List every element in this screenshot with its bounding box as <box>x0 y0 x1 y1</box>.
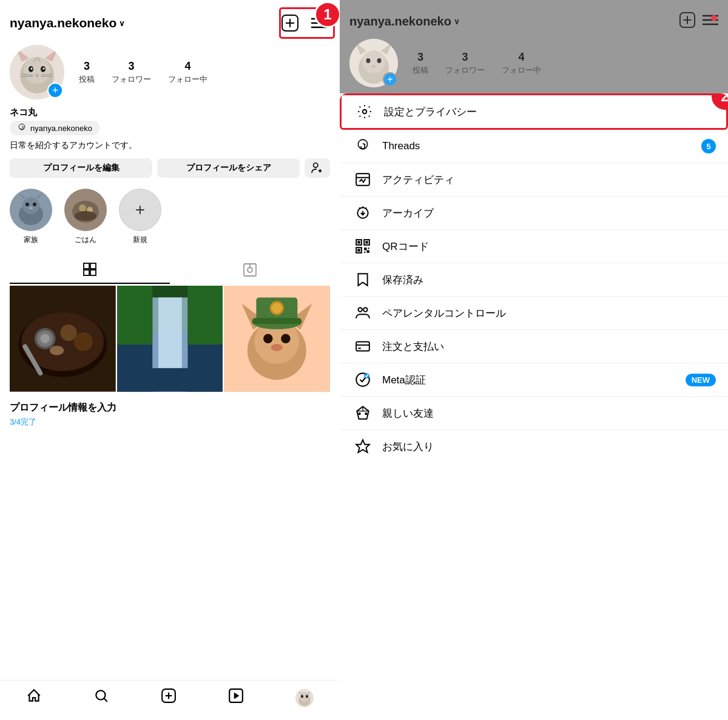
edit-profile-button[interactable]: プロフィールを編集 <box>10 158 152 178</box>
meta-label: Meta認証 <box>382 373 686 387</box>
menu-item-qr[interactable]: QRコード <box>340 230 728 263</box>
svg-rect-76 <box>252 318 302 324</box>
highlight-label-food: ごはん <box>75 235 96 245</box>
svg-rect-116 <box>357 249 360 251</box>
right-hamburger-button[interactable] <box>703 14 718 29</box>
archive-label: アーカイブ <box>382 206 716 220</box>
menu-item-archive[interactable]: アーカイブ <box>340 197 728 230</box>
right-header-icons <box>679 12 718 30</box>
threads-icon <box>17 123 27 133</box>
right-panel: nyanya.nekoneko ∨ <box>340 0 728 720</box>
nav-profile[interactable] <box>295 689 314 707</box>
card-icon <box>352 338 374 354</box>
svg-point-16 <box>43 68 45 70</box>
bookmark-icon <box>352 272 374 288</box>
menu-container: 設定とプライバシー 2 Threads 5 <box>340 93 728 463</box>
notification-dot <box>711 15 717 21</box>
menu-item-activity[interactable]: アクティビティ <box>340 163 728 197</box>
svg-point-25 <box>22 126 23 127</box>
archive-icon <box>352 205 374 221</box>
activity-icon <box>352 172 374 187</box>
menu-item-saved[interactable]: 保存済み <box>340 263 728 297</box>
action-buttons: プロフィールを編集 プロフィールをシェア <box>10 158 330 178</box>
meta-verify-icon <box>352 372 374 388</box>
meta-badge: NEW <box>686 374 716 386</box>
highlight-new[interactable]: + 新規 <box>119 189 161 245</box>
menu-item-meta[interactable]: Meta認証 NEW <box>340 363 728 397</box>
threads-link[interactable]: nyanya.nekoneko <box>10 121 99 135</box>
right-header-bg: nyanya.nekoneko ∨ <box>340 0 728 93</box>
nav-reels[interactable] <box>228 688 244 708</box>
svg-line-80 <box>104 698 107 701</box>
right-avatar-wrapper: + <box>349 39 398 87</box>
menu-item-settings[interactable]: 設定とプライバシー 2 <box>340 93 728 130</box>
svg-rect-120 <box>367 251 369 253</box>
add-post-button[interactable] <box>279 12 301 34</box>
activity-label: アクティビティ <box>382 173 716 187</box>
svg-point-105 <box>377 58 382 63</box>
svg-rect-42 <box>84 263 89 269</box>
share-profile-button[interactable]: プロフィールをシェア <box>157 158 300 178</box>
right-username[interactable]: nyanya.nekoneko ∨ <box>349 15 460 29</box>
svg-point-54 <box>40 334 50 344</box>
highlight-label-new: 新規 <box>133 235 147 245</box>
grid-tabs <box>10 256 330 284</box>
add-friend-button[interactable] <box>305 158 330 178</box>
svg-point-8 <box>24 57 50 84</box>
menu-item-parental[interactable]: ペアレンタルコントロール <box>340 297 728 330</box>
right-add-button[interactable] <box>679 12 695 30</box>
photo-2[interactable] <box>117 286 223 392</box>
qr-label: QRコード <box>382 240 716 254</box>
right-avatar-add[interactable]: + <box>383 72 397 87</box>
highlight-family[interactable]: 家族 <box>10 189 52 245</box>
step2-circle: 2 <box>712 93 728 110</box>
menu-item-favorites[interactable]: お気に入り <box>340 430 728 463</box>
nav-home[interactable] <box>26 688 42 708</box>
svg-point-32 <box>25 203 29 206</box>
svg-rect-119 <box>364 252 365 253</box>
gear-icon <box>354 104 376 119</box>
qr-icon <box>352 238 374 254</box>
svg-rect-109 <box>356 173 369 186</box>
svg-rect-44 <box>84 270 89 275</box>
photo-1[interactable] <box>10 286 116 392</box>
svg-rect-118 <box>368 247 369 249</box>
svg-point-15 <box>31 68 33 70</box>
svg-point-132 <box>365 412 367 415</box>
menu-item-threads[interactable]: Threads 5 <box>340 130 728 163</box>
svg-point-71 <box>271 344 283 351</box>
svg-point-47 <box>248 267 252 272</box>
svg-point-107 <box>363 110 367 114</box>
svg-point-57 <box>50 346 64 355</box>
highlight-circle-new: + <box>119 189 161 231</box>
nav-search[interactable] <box>93 688 109 708</box>
left-username: nyanya.nekoneko <box>10 16 116 30</box>
svg-rect-65 <box>117 368 223 392</box>
photo-3[interactable] <box>224 286 330 392</box>
left-username-row[interactable]: nyanya.nekoneko ∨ <box>10 16 125 30</box>
right-chevron: ∨ <box>454 17 460 26</box>
menu-item-orders[interactable]: 注文と支払い <box>340 330 728 363</box>
tab-tagged[interactable] <box>170 256 330 284</box>
nav-create[interactable] <box>161 688 177 708</box>
highlight-circle-food <box>64 189 107 231</box>
tab-grid[interactable] <box>10 256 170 284</box>
svg-point-91 <box>301 695 303 698</box>
favorites-label: お気に入り <box>382 440 716 454</box>
stats-row: 3 投稿 3 フォロワー 4 フォロー中 <box>79 60 207 85</box>
svg-point-26 <box>314 163 318 167</box>
svg-rect-64 <box>187 286 223 345</box>
highlight-food[interactable]: ごはん <box>64 189 107 245</box>
menu-item-close-friends[interactable]: 親しい友達 <box>340 397 728 430</box>
close-friends-icon <box>352 405 374 421</box>
left-panel: nyanya.nekoneko ∨ <box>0 0 340 720</box>
svg-point-55 <box>60 325 76 341</box>
profile-complete-title: プロフィール情報を入力 <box>10 402 330 414</box>
svg-point-33 <box>33 203 36 206</box>
avatar-add-button[interactable]: + <box>47 82 63 98</box>
star-icon <box>352 439 374 454</box>
saved-label: 保存済み <box>382 273 716 287</box>
svg-rect-123 <box>356 341 369 351</box>
highlight-circle-family <box>10 189 52 231</box>
threads-menu-icon <box>352 138 374 154</box>
